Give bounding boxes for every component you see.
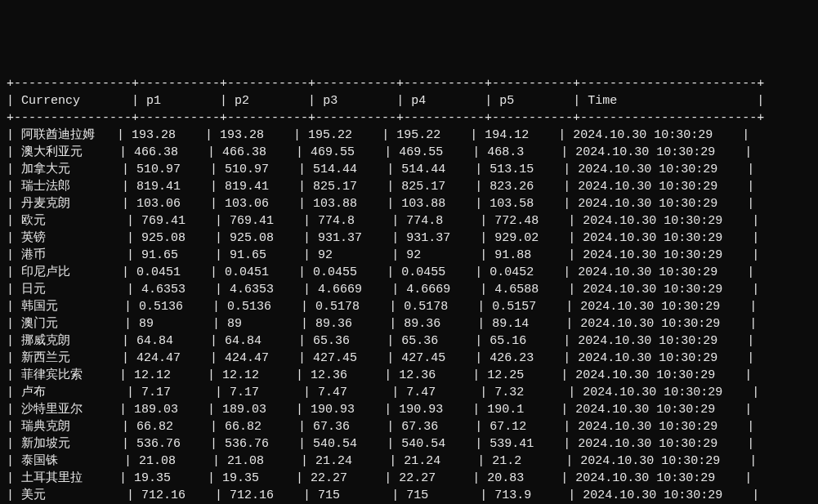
cell-p4: 12.36 [399,367,465,384]
cell-time: 2024.10.30 10:30:29 [583,230,744,247]
cell-p4: 825.17 [401,178,467,195]
table-row: | 港币 | 91.65 | 91.65 | 92 | 92 | 91.88 |… [7,247,764,264]
cell-time: 2024.10.30 10:30:29 [578,418,740,435]
table-row: | 丹麦克朗 | 103.06 | 103.06 | 103.88 | 103.… [7,195,764,212]
cell-currency: 瑞士法郎 [21,178,114,195]
cell-p2: 712.16 [230,487,296,504]
cell-p3: 89.36 [315,315,382,332]
cell-p5: 89.14 [492,315,558,332]
cell-currency: 新西兰元 [21,350,114,367]
cell-p1: 0.0451 [136,264,203,281]
table-row: | 韩国元 | 0.5136 | 0.5136 | 0.5178 | 0.517… [7,298,764,315]
cell-p4: 190.93 [399,401,465,418]
cell-currency: 瑞典克朗 [21,418,114,435]
cell-currency: 美元 [21,487,119,504]
cell-time: 2024.10.30 10:30:29 [580,453,742,470]
cell-time: 2024.10.30 10:30:29 [575,367,737,384]
table-row: | 英镑 | 925.08 | 925.08 | 931.37 | 931.37… [7,230,764,247]
cell-p5: 539.41 [489,435,556,453]
table-row: | 美元 | 712.16 | 712.16 | 715 | 715 | 713… [7,487,764,504]
cell-time: 2024.10.30 10:30:29 [583,384,744,401]
cell-p4: 774.8 [406,212,472,230]
table-row: | 阿联酋迪拉姆 | 193.28 | 193.28 | 195.22 | 19… [7,127,764,144]
cell-currency: 日元 [21,281,119,298]
cell-p1: 89 [139,315,205,332]
cell-currency: 澳门元 [21,315,117,332]
cell-currency: 韩国元 [21,298,117,315]
cell-p2: 925.08 [230,230,296,247]
cell-p5: 929.02 [494,230,561,247]
cell-p1: 64.84 [136,332,203,350]
cell-p3: 103.88 [313,195,379,212]
cell-p1: 66.82 [136,418,203,435]
cell-time: 2024.10.30 10:30:29 [578,435,740,453]
cell-time: 2024.10.30 10:30:29 [583,212,744,230]
cell-p4: 514.44 [401,161,467,178]
cell-p1: 189.03 [134,401,200,418]
cell-p5: 0.0452 [489,264,556,281]
cell-p5: 772.48 [494,212,561,230]
cell-p1: 819.41 [136,178,203,195]
table-rule-top: +----------------+-----------+----------… [7,75,764,92]
cell-p1: 19.35 [134,470,200,487]
cell-currency: 菲律宾比索 [21,367,112,384]
cell-p3: 774.8 [318,212,384,230]
table-row: | 澳大利亚元 | 466.38 | 466.38 | 469.55 | 469… [7,144,764,161]
col-header-p5: p5 [499,92,565,109]
col-header-time: Time [588,92,749,109]
cell-time: 2024.10.30 10:30:29 [583,281,744,298]
cell-p3: 427.45 [313,350,379,367]
cell-p2: 0.0451 [225,264,291,281]
col-header-currency: Currency [21,92,124,109]
cell-time: 2024.10.30 10:30:29 [578,161,740,178]
table-row: | 澳门元 | 89 | 89 | 89.36 | 89.36 | 89.14 … [7,315,764,332]
cell-p4: 427.45 [401,350,467,367]
col-header-p1: p1 [146,92,212,109]
cell-p1: 21.08 [139,453,205,470]
cell-p2: 12.12 [222,367,288,384]
cell-p2: 66.82 [225,418,291,435]
cell-p3: 22.27 [311,470,377,487]
cell-p2: 64.84 [225,332,291,350]
cell-p5: 194.12 [485,127,551,144]
cell-p2: 0.5136 [227,298,293,315]
cell-p1: 193.28 [132,127,198,144]
table-rule-header: +----------------+-----------+----------… [7,109,764,127]
cell-p1: 510.97 [136,161,203,178]
cell-p5: 65.16 [489,332,556,350]
cell-p4: 0.5178 [404,298,470,315]
currency-table: +----------------+-----------+----------… [7,75,764,504]
cell-p3: 0.5178 [315,298,382,315]
cell-time: 2024.10.30 10:30:29 [578,350,740,367]
cell-p5: 713.9 [494,487,561,504]
cell-currency: 英镑 [21,230,119,247]
cell-p2: 7.17 [230,384,296,401]
col-header-p3: p3 [323,92,389,109]
cell-p1: 12.12 [134,367,200,384]
cell-p5: 7.32 [494,384,561,401]
cell-currency: 阿联酋迪拉姆 [21,127,110,144]
cell-p4: 103.88 [401,195,467,212]
table-row: | 日元 | 4.6353 | 4.6353 | 4.6669 | 4.6669… [7,281,764,298]
cell-p1: 4.6353 [141,281,208,298]
cell-p4: 92 [406,247,472,264]
cell-p3: 514.44 [313,161,379,178]
cell-p3: 12.36 [311,367,377,384]
cell-p4: 4.6669 [406,281,472,298]
cell-p1: 424.47 [136,350,203,367]
cell-p3: 4.6669 [318,281,384,298]
cell-currency: 泰国铢 [21,453,117,470]
cell-p4: 21.24 [404,453,470,470]
cell-p1: 0.5136 [139,298,205,315]
cell-currency: 澳大利亚元 [21,144,112,161]
cell-time: 2024.10.30 10:30:29 [578,195,740,212]
cell-time: 2024.10.30 10:30:29 [575,144,737,161]
cell-p2: 21.08 [227,453,293,470]
table-row: | 印尼卢比 | 0.0451 | 0.0451 | 0.0455 | 0.04… [7,264,764,281]
cell-currency: 卢布 [21,384,119,401]
cell-p4: 67.36 [401,418,467,435]
table-row: | 沙特里亚尔 | 189.03 | 189.03 | 190.93 | 190… [7,401,764,418]
table-row: | 土耳其里拉 | 19.35 | 19.35 | 22.27 | 22.27 … [7,470,764,487]
cell-p2: 193.28 [220,127,286,144]
cell-p3: 715 [318,487,384,504]
